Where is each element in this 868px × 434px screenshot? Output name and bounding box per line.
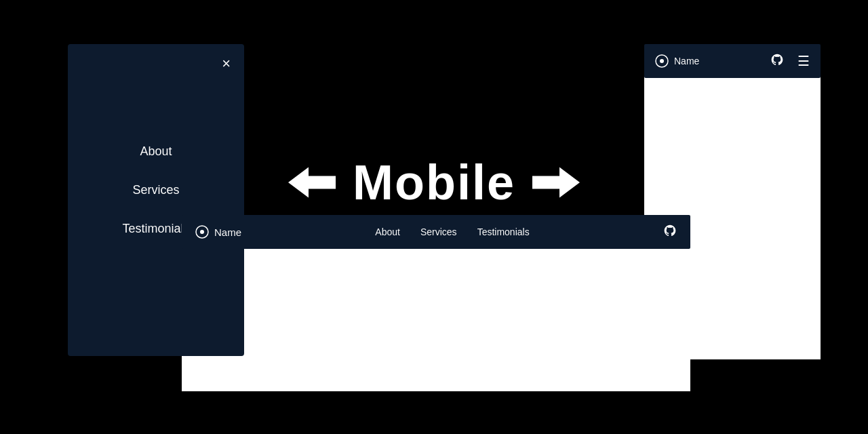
navbar-item-testimonials[interactable]: Testimonials	[477, 226, 530, 237]
navbar-brand-icon	[195, 225, 209, 239]
navbar-item-services[interactable]: Services	[420, 226, 457, 237]
navbar-github-icon[interactable]	[663, 224, 677, 241]
desktop-content-area	[182, 249, 690, 391]
top-right-github-icon[interactable]	[770, 53, 784, 70]
navbar-links: About Services Testimonials	[375, 226, 529, 237]
navbar-brand: Name	[195, 225, 241, 239]
sidebar-item-about[interactable]: About	[68, 132, 244, 171]
menu-icon[interactable]: ☰	[797, 53, 810, 69]
brand-icon	[655, 54, 669, 68]
svg-point-5	[200, 230, 204, 234]
navbar-brand-name: Name	[214, 226, 241, 238]
top-right-nav: Name ☰	[644, 44, 821, 78]
top-right-brand: Name	[655, 54, 699, 68]
mobile-sidebar: × About Services Testimonials	[68, 44, 244, 356]
desktop-navbar: Name About Services Testimonials	[182, 215, 690, 249]
navbar-item-about[interactable]: About	[375, 226, 400, 237]
sidebar-item-services[interactable]: Services	[68, 171, 244, 210]
top-right-brand-name: Name	[674, 56, 699, 66]
close-button[interactable]: ×	[222, 55, 231, 73]
svg-point-3	[660, 59, 664, 63]
